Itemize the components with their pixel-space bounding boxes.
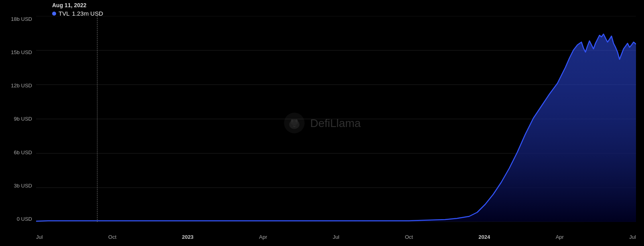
y-label-18b: 18b USD <box>11 16 32 22</box>
chart-container: 18b USD 15b USD 12b USD 9b USD 6b USD 3b… <box>0 0 644 246</box>
legend-dot-tvl <box>52 12 56 16</box>
x-axis: Jul Oct 2023 Apr Jul Oct 2024 Apr Jul <box>36 234 636 240</box>
tooltip-date: Aug 11, 2022 <box>52 2 103 8</box>
x-label-2024: 2024 <box>478 234 490 240</box>
x-label-jul-2024: Jul <box>629 234 636 240</box>
y-label-12b: 12b USD <box>11 83 32 89</box>
tooltip-crosshair <box>97 16 97 222</box>
x-label-2023: 2023 <box>182 234 194 240</box>
svg-point-11 <box>291 119 294 122</box>
tooltip-value: 1.23m USD <box>72 10 103 17</box>
x-label-apr-2023: Apr <box>259 234 267 240</box>
y-label-15b: 15b USD <box>11 49 32 55</box>
y-label-3b: 3b USD <box>14 183 32 189</box>
y-label-9b: 9b USD <box>14 116 32 122</box>
svg-point-12 <box>296 119 298 122</box>
x-label-oct-2023: Oct <box>405 234 413 240</box>
watermark-label: DefiLlama <box>310 117 360 129</box>
tooltip-legend: TVL 1.23m USD <box>52 10 103 17</box>
y-label-0: 0 USD <box>17 216 32 222</box>
y-label-6b: 6b USD <box>14 149 32 155</box>
x-label-apr-2024: Apr <box>556 234 564 240</box>
y-axis: 18b USD 15b USD 12b USD 9b USD 6b USD 3b… <box>0 16 36 222</box>
defillama-logo-icon <box>283 112 305 134</box>
x-label-jul-2023: Jul <box>333 234 340 240</box>
x-label-jul-2022: Jul <box>36 234 43 240</box>
x-label-oct-2022: Oct <box>108 234 116 240</box>
tooltip-label: TVL <box>59 10 70 17</box>
watermark: DefiLlama <box>283 112 360 134</box>
tooltip: Aug 11, 2022 TVL 1.23m USD <box>52 2 103 17</box>
